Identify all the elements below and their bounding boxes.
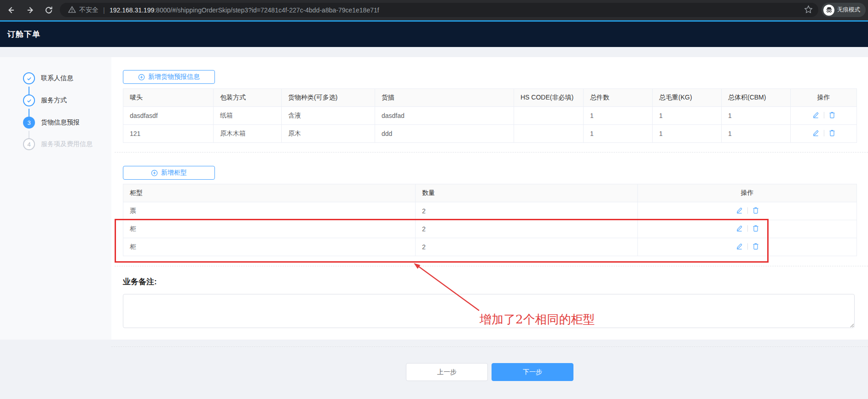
- cell-volume: 1: [722, 125, 791, 143]
- cell-hs-code: [514, 107, 584, 125]
- url-host: 192.168.31.199: [110, 6, 154, 14]
- security-label: 不安全: [79, 6, 98, 14]
- col-packing-type: 包装方式: [214, 89, 282, 107]
- edit-icon[interactable]: [812, 129, 819, 136]
- cell-gross-weight: 1: [653, 107, 722, 125]
- container-table: 柜型 数量 操作 票 2 柜 2: [123, 184, 857, 256]
- cell-total-pieces: 1: [584, 107, 653, 125]
- col-shipping-mark: 唛头: [123, 89, 214, 107]
- browser-toolbar: 不安全 | 192.168.31.199:8000/#/shippingOrde…: [0, 0, 868, 20]
- cell-packing-type: 纸箱: [214, 107, 282, 125]
- cell-total-pieces: 1: [584, 125, 653, 143]
- cargo-table-header-row: 唛头 包装方式 货物种类(可多选) 货描 HS CODE(非必填) 总件数 总毛…: [123, 89, 857, 107]
- cell-container-type: 柜: [123, 238, 416, 256]
- container-table-row: 柜 2: [123, 220, 857, 238]
- cell-packing-type: 原木木箱: [214, 125, 282, 143]
- cell-gross-weight: 1: [653, 125, 722, 143]
- previous-step-button[interactable]: 上一步: [406, 363, 488, 381]
- cell-volume: 1: [722, 107, 791, 125]
- cell-cargo-type: 含液: [282, 107, 375, 125]
- not-secure-warning-icon: [68, 6, 76, 14]
- step-item-service-fees[interactable]: 4 服务项及费用信息: [23, 138, 93, 150]
- edit-icon[interactable]: [736, 207, 743, 214]
- cell-shipping-mark: 121: [123, 125, 214, 143]
- col-actions: 操作: [638, 184, 857, 202]
- cell-container-type: 票: [123, 202, 416, 220]
- section-divider: [115, 152, 868, 153]
- business-remarks-input[interactable]: [123, 294, 855, 328]
- bookmark-star-button[interactable]: [804, 5, 813, 15]
- delete-icon[interactable]: [752, 225, 759, 232]
- delete-icon[interactable]: [752, 243, 759, 250]
- page-header: 订舱下单: [0, 22, 868, 47]
- cell-cargo-type: 原木: [282, 125, 375, 143]
- col-actions: 操作: [791, 89, 857, 107]
- delete-icon[interactable]: [829, 129, 835, 136]
- next-step-button[interactable]: 下一步: [492, 363, 573, 381]
- cell-quantity: 2: [416, 202, 638, 220]
- edit-icon[interactable]: [736, 225, 743, 232]
- col-cargo-desc: 货描: [375, 89, 514, 107]
- edit-icon[interactable]: [736, 243, 743, 250]
- step-label: 联系人信息: [41, 74, 73, 82]
- container-table-row: 票 2: [123, 202, 857, 220]
- edit-icon[interactable]: [812, 111, 819, 118]
- action-divider: [824, 130, 824, 136]
- address-bar[interactable]: 不安全 | 192.168.31.199:8000/#/shippingOrde…: [60, 3, 818, 17]
- browser-reload-button[interactable]: [44, 6, 53, 15]
- page-title: 订舱下单: [7, 22, 41, 47]
- cell-container-type: 柜: [123, 220, 416, 238]
- business-remarks-label: 业务备注:: [123, 276, 157, 287]
- action-divider: [747, 225, 748, 232]
- cell-cargo-desc: ddd: [375, 125, 514, 143]
- col-cargo-type: 货物种类(可多选): [282, 89, 375, 107]
- cell-shipping-mark: dasdfasdf: [123, 107, 214, 125]
- step-number: 4: [23, 138, 35, 150]
- add-container-type-button[interactable]: 新增柜型: [123, 166, 215, 180]
- browser-back-button[interactable]: [6, 6, 16, 15]
- browser-forward-button[interactable]: [26, 6, 35, 15]
- cell-hs-code: [514, 125, 584, 143]
- step-item-service-mode[interactable]: 服务方式: [23, 94, 67, 106]
- cell-quantity: 2: [416, 220, 638, 238]
- add-cargo-info-button[interactable]: 新增货物预报信息: [123, 70, 215, 84]
- step-item-cargo-forecast[interactable]: 3 货物信息预报: [23, 117, 80, 129]
- step-done-check-icon: [23, 72, 35, 84]
- cargo-table-row: dasdfasdf 纸箱 含液 dasdfad 1 1 1: [123, 107, 857, 125]
- action-divider: [824, 112, 824, 118]
- col-total-pieces: 总件数: [584, 89, 653, 107]
- step-number: 3: [23, 117, 35, 129]
- step-item-contact-info[interactable]: 联系人信息: [23, 72, 73, 84]
- address-separator: |: [103, 6, 105, 14]
- container-table-row: 柜 2: [123, 238, 857, 256]
- add-cargo-info-button-label: 新增货物预报信息: [148, 73, 200, 81]
- col-volume: 总体积(CBM): [722, 89, 791, 107]
- cargo-table-row: 121 原木木箱 原木 ddd 1 1 1: [123, 125, 857, 143]
- col-container-type: 柜型: [123, 184, 416, 202]
- section-divider: [115, 266, 868, 266]
- col-quantity: 数量: [416, 184, 638, 202]
- step-label: 服务项及费用信息: [41, 140, 93, 148]
- action-divider: [747, 207, 748, 214]
- incognito-label: 无痕模式: [837, 6, 860, 14]
- col-gross-weight: 总毛重(KG): [653, 89, 722, 107]
- cell-cargo-desc: dasdfad: [375, 107, 514, 125]
- action-divider: [747, 243, 748, 250]
- incognito-badge: 无痕模式: [822, 3, 866, 17]
- step-label: 货物信息预报: [41, 118, 80, 127]
- delete-icon[interactable]: [829, 111, 835, 118]
- footer-divider: [111, 346, 868, 347]
- delete-icon[interactable]: [752, 207, 759, 214]
- cargo-table: 唛头 包装方式 货物种类(可多选) 货描 HS CODE(非必填) 总件数 总毛…: [123, 88, 857, 143]
- add-container-type-button-label: 新增柜型: [161, 169, 187, 177]
- container-table-header-row: 柜型 数量 操作: [123, 184, 857, 202]
- col-hs-code: HS CODE(非必填): [514, 89, 584, 107]
- cell-quantity: 2: [416, 238, 638, 256]
- incognito-icon: [823, 5, 834, 16]
- url-path: :8000/#/shippingOrderSkip/step3?id=72481…: [154, 6, 379, 14]
- step-done-check-icon: [23, 94, 35, 106]
- step-label: 服务方式: [41, 96, 67, 105]
